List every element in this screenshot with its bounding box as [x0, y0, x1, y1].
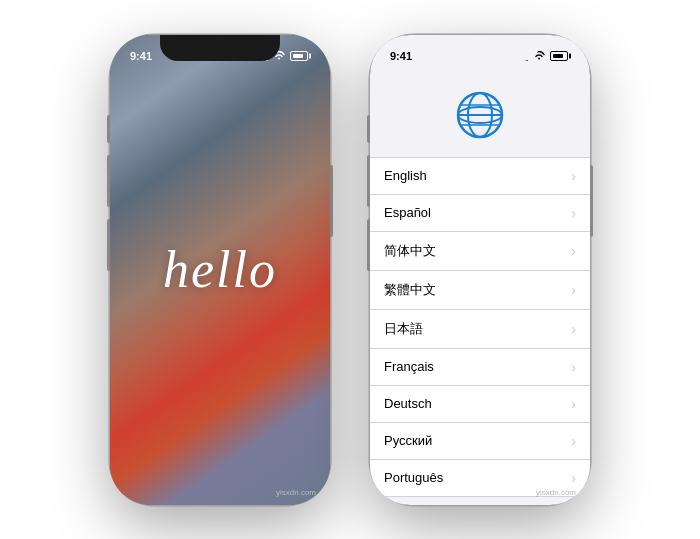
language-label-de: Deutsch [384, 396, 432, 411]
language-label-es: Español [384, 205, 431, 220]
battery-icon [290, 51, 308, 61]
chevron-icon-ja: › [571, 321, 576, 337]
language-item-zh-hant[interactable]: 繁體中文› [370, 271, 590, 310]
chevron-icon-zh-hans: › [571, 243, 576, 259]
svg-point-1 [538, 58, 540, 60]
hello-text: hello [163, 240, 277, 299]
chevron-icon-es: › [571, 205, 576, 221]
language-label-en: English [384, 168, 427, 183]
language-item-es[interactable]: Español› [370, 195, 590, 232]
notch [420, 35, 540, 61]
language-item-de[interactable]: Deutsch› [370, 386, 590, 423]
language-screen: English›Español›简体中文›繁體中文›日本語›Français›D… [370, 35, 590, 505]
hello-background: hello [110, 35, 330, 505]
chevron-icon-fr: › [571, 359, 576, 375]
language-label-ja: 日本語 [384, 320, 423, 338]
language-item-zh-hans[interactable]: 简体中文› [370, 232, 590, 271]
language-item-ru[interactable]: Русский› [370, 423, 590, 460]
language-item-ja[interactable]: 日本語› [370, 310, 590, 349]
svg-point-0 [278, 58, 280, 60]
language-item-fr[interactable]: Français› [370, 349, 590, 386]
status-time: 9:41 [130, 50, 152, 62]
language-label-ru: Русский [384, 433, 432, 448]
chevron-icon-en: › [571, 168, 576, 184]
battery-fill [293, 54, 303, 58]
chevron-icon-de: › [571, 396, 576, 412]
phone-hello-screen: 9:41 hello [110, 35, 330, 505]
power-button[interactable] [330, 165, 333, 237]
phone-language-screen: 9:41 [370, 35, 590, 505]
chevron-icon-ru: › [571, 433, 576, 449]
notch [160, 35, 280, 61]
watermark: yisxdn.com [536, 488, 576, 497]
language-label-pt: Português [384, 470, 443, 485]
phone-language: 9:41 [370, 35, 590, 505]
chevron-icon-pt: › [571, 470, 576, 486]
power-button[interactable] [590, 165, 593, 237]
language-item-en[interactable]: English› [370, 157, 590, 195]
phone-hello: 9:41 hello [110, 35, 330, 505]
watermark: yisxdn.com [276, 488, 316, 497]
language-label-fr: Français [384, 359, 434, 374]
status-time: 9:41 [390, 50, 412, 62]
language-list: English›Español›简体中文›繁體中文›日本語›Français›D… [370, 157, 590, 505]
language-label-zh-hant: 繁體中文 [384, 281, 436, 299]
chevron-icon-zh-hant: › [571, 282, 576, 298]
battery-icon [550, 51, 568, 61]
globe-icon [454, 89, 506, 141]
battery-fill [553, 54, 563, 58]
language-label-zh-hans: 简体中文 [384, 242, 436, 260]
